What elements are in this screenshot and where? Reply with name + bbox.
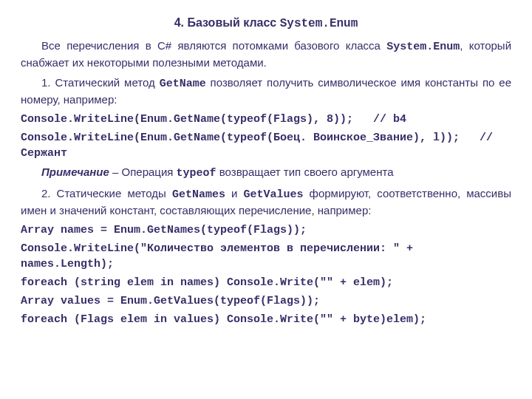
- paragraph-getname: 1. Статический метод GetName позволяет п…: [21, 75, 511, 107]
- code-line-1: Console.WriteLine(Enum.GetName(typeof(Fl…: [21, 112, 511, 127]
- note-suffix: возвращает тип своего аргумента: [216, 166, 394, 178]
- code-line-4: Console.WriteLine("Количество элементов …: [21, 241, 511, 272]
- p2-prefix: 1. Статический метод: [41, 76, 160, 89]
- p3-m1: GetNames: [172, 188, 225, 201]
- note-label: Примечание: [41, 166, 109, 178]
- note-prefix: Операция: [122, 166, 177, 178]
- paragraph-intro: Все перечисления в С# являются потомками…: [21, 38, 511, 70]
- code-line-2: Console.WriteLine(Enum.GetName(typeof(Бо…: [21, 130, 511, 161]
- p1-code: System.Enum: [386, 41, 460, 53]
- code-line-3: Array names = Enum.GetNames(typeof(Flags…: [21, 222, 511, 238]
- section-heading: 4. Базовый класс System.Enum: [21, 15, 511, 32]
- p3-mid: и: [225, 187, 244, 200]
- note-code: typeof: [177, 167, 216, 180]
- p1-prefix: Все перечисления в С# являются потомками…: [41, 39, 386, 52]
- paragraph-getnames: 2. Статические методы GetNames и GetValu…: [21, 185, 511, 218]
- p2-method: GetName: [160, 78, 206, 90]
- code-line-5: foreach (string elem in names) Console.W…: [21, 275, 511, 290]
- code-line-6: Array values = Enum.GetValues(typeof(Fla…: [21, 293, 511, 309]
- heading-code: System.Enum: [280, 17, 358, 30]
- p3-prefix: 2. Статические методы: [41, 187, 172, 200]
- heading-title: Базовый класс: [187, 16, 279, 29]
- note-dash: –: [109, 166, 122, 178]
- p3-m2: GetValues: [243, 188, 303, 201]
- note-paragraph: Примечание – Операция typeof возвращает …: [21, 164, 511, 181]
- code-line-7: foreach (Flags elem in values) Console.W…: [21, 312, 511, 327]
- heading-number: 4.: [174, 16, 188, 29]
